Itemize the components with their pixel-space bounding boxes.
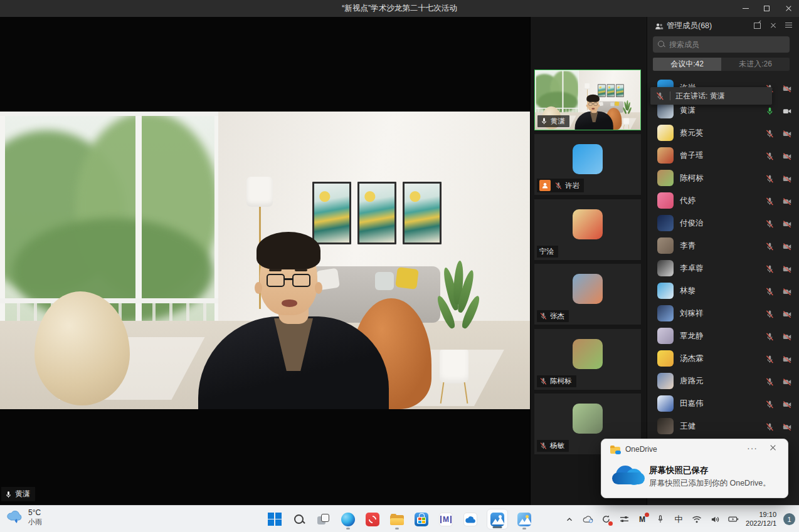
thumbnail-ninghui[interactable]: 宁浍 xyxy=(534,199,641,260)
camera-status-icon[interactable] xyxy=(782,263,792,274)
member-row[interactable]: 田嘉伟 xyxy=(647,392,799,415)
mic-status-icon[interactable] xyxy=(765,286,775,297)
thumbnail-xuyan[interactable]: 许岩 xyxy=(534,134,641,195)
member-row[interactable]: 蔡元英 xyxy=(647,122,799,144)
meeting-app-button[interactable] xyxy=(487,509,508,529)
mic-status-icon[interactable] xyxy=(765,218,775,229)
ime-indicator[interactable]: 中 xyxy=(673,514,684,525)
file-explorer-button[interactable] xyxy=(389,508,405,531)
mic-status-icon[interactable] xyxy=(765,150,775,162)
minimize-button[interactable] xyxy=(735,0,756,17)
camera-status-icon[interactable] xyxy=(782,105,792,117)
camera-status-icon[interactable] xyxy=(782,196,792,207)
battery-charging-icon[interactable] xyxy=(728,514,739,525)
speaker-icon[interactable] xyxy=(709,514,721,525)
camera-status-icon[interactable] xyxy=(782,218,792,229)
panel-menu-icon[interactable] xyxy=(785,21,793,29)
maximize-button[interactable] xyxy=(756,0,778,17)
edge-app-button[interactable] xyxy=(340,508,356,531)
camera-status-icon[interactable] xyxy=(782,421,792,432)
member-row[interactable]: 汤杰霖 xyxy=(647,347,799,370)
planter-pot xyxy=(623,118,629,125)
wifi-icon[interactable] xyxy=(691,514,702,525)
mic-status-icon[interactable] xyxy=(765,399,775,410)
main-video-tile[interactable]: 黄潇 xyxy=(0,17,530,505)
camera-status-icon[interactable] xyxy=(782,308,792,320)
thumbnail-name: 杨敏 xyxy=(550,441,564,451)
camera-status-icon[interactable] xyxy=(782,286,792,297)
member-row[interactable]: 唐路元 xyxy=(647,370,799,392)
restart-pending-icon[interactable] xyxy=(600,514,611,525)
member-row[interactable]: 代婷 xyxy=(647,189,799,212)
tray-overflow-chevron-icon[interactable] xyxy=(564,514,575,525)
member-row[interactable]: 王健 xyxy=(647,415,799,437)
camera-status-icon[interactable] xyxy=(782,241,792,252)
camera-status-icon[interactable] xyxy=(782,399,792,410)
mixer-icon[interactable] xyxy=(618,514,630,525)
mic-status-icon[interactable] xyxy=(765,173,775,184)
camera-status-icon[interactable] xyxy=(782,331,792,342)
weather-widget[interactable]: 5°C 小雨 xyxy=(6,508,42,527)
camera-status-icon[interactable] xyxy=(782,353,792,365)
avatar xyxy=(657,125,674,141)
member-name: 陈柯标 xyxy=(680,173,704,184)
tab-not-joined[interactable]: 未进入:26 xyxy=(721,58,790,71)
notification-body: 屏幕快照已添加到你的 OneDrive。 xyxy=(649,478,771,489)
thumbnail-chenkebiao[interactable]: 陈柯标 xyxy=(534,329,641,390)
search-input[interactable] xyxy=(669,40,785,49)
camera-status-icon[interactable] xyxy=(782,150,792,162)
member-row[interactable]: 付俊治 xyxy=(647,212,799,234)
task-view-button[interactable] xyxy=(315,508,332,531)
mic-status-icon[interactable] xyxy=(765,331,775,342)
m-tray-icon[interactable]: M xyxy=(637,514,648,525)
clock[interactable]: 19:10 2022/12/1 xyxy=(746,511,776,528)
mic-status-icon[interactable] xyxy=(765,128,775,139)
mic-status-icon[interactable] xyxy=(765,196,775,207)
camera-status-icon[interactable] xyxy=(782,376,792,387)
notification-close-icon[interactable] xyxy=(769,443,776,452)
member-row[interactable]: 林黎 xyxy=(647,279,799,302)
mic-status-icon[interactable] xyxy=(765,105,775,117)
avatar xyxy=(657,215,674,231)
mic-status-icon[interactable] xyxy=(765,308,775,320)
mic-status-icon[interactable] xyxy=(765,421,775,432)
appgallery-app-button[interactable] xyxy=(364,508,381,531)
photos-app-button[interactable] xyxy=(516,508,532,531)
start-button[interactable] xyxy=(267,508,283,531)
microsoft-store-button[interactable] xyxy=(413,508,430,531)
mic-icon xyxy=(765,152,775,161)
close-button[interactable] xyxy=(778,0,799,17)
pillow xyxy=(615,102,620,106)
camera-status-icon[interactable] xyxy=(782,128,792,139)
member-row[interactable]: 陈柯标 xyxy=(647,167,799,189)
mic-status-icon[interactable] xyxy=(765,241,775,252)
onedrive-notification[interactable]: OneDrive ··· 屏幕快照已保存 屏幕快照已添加到你的 OneDrive… xyxy=(601,439,788,498)
member-row[interactable]: 曾子瑶 xyxy=(647,144,799,167)
microphone-tray-icon[interactable] xyxy=(655,514,666,525)
glasses-bridge xyxy=(592,104,593,105)
member-row[interactable]: 李青 xyxy=(647,234,799,257)
taskbar-search-button[interactable] xyxy=(291,508,307,531)
camera-icon xyxy=(782,287,792,296)
notification-more-icon[interactable]: ··· xyxy=(747,443,758,453)
close-panel-icon[interactable] xyxy=(770,21,777,29)
member-search-box[interactable] xyxy=(653,36,790,53)
mic-status-icon[interactable] xyxy=(765,376,775,387)
popout-panel-icon[interactable] xyxy=(754,21,761,29)
thumbnail-name-tag: 杨敏 xyxy=(537,440,569,452)
m-app-button[interactable]: M xyxy=(438,508,454,531)
member-row[interactable]: 刘稼祥 xyxy=(647,302,799,325)
camera-status-icon[interactable] xyxy=(782,173,792,184)
member-row[interactable]: 覃龙静 xyxy=(647,325,799,347)
onedrive-app-button[interactable] xyxy=(462,508,479,531)
thumbnail-huangxiao[interactable]: 黄潇 xyxy=(534,70,641,130)
onedrive-sync-icon[interactable] xyxy=(582,514,593,525)
mic-status-icon[interactable] xyxy=(765,263,775,274)
thumbnail-name: 宁浍 xyxy=(539,247,554,256)
thumbnail-zhangjie[interactable]: 张杰 xyxy=(534,264,641,325)
camera-status-icon[interactable] xyxy=(782,83,792,94)
tab-in-meeting[interactable]: 会议中:42 xyxy=(653,58,721,71)
mic-status-icon[interactable] xyxy=(765,353,775,365)
notification-count-badge[interactable]: 1 xyxy=(783,513,795,525)
member-row[interactable]: 李卓蓉 xyxy=(647,257,799,279)
